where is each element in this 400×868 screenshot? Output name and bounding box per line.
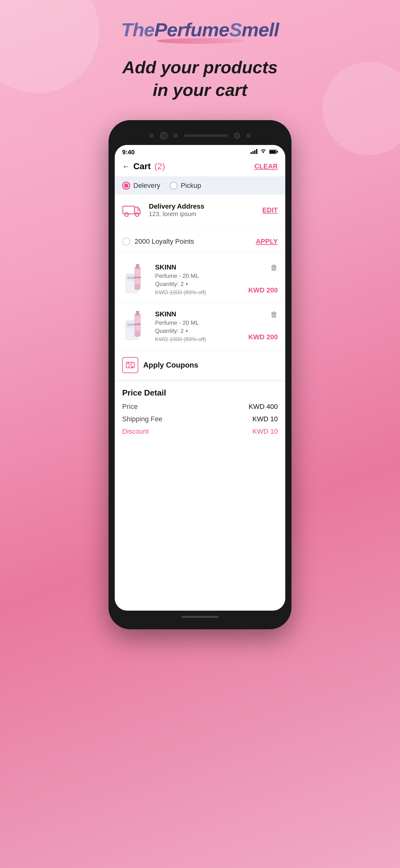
svg-rect-23: [136, 311, 139, 312]
phone-screen: 9:40: [115, 145, 285, 611]
product-quantity-1[interactable]: Quantity: 2 ▾: [155, 281, 243, 287]
delete-product-2[interactable]: 🗑: [270, 310, 278, 319]
delivery-option[interactable]: Delevery: [122, 182, 160, 190]
product-price-1: KWD 200: [248, 286, 278, 294]
logo-underline: [156, 38, 244, 44]
notch-bar: [184, 134, 228, 137]
svg-point-28: [128, 363, 129, 364]
quantity-dropdown-1[interactable]: ▾: [186, 282, 188, 286]
home-indicator: [181, 616, 219, 618]
delivery-address-section: Delivery Address 123, lorem ipsum EDIT: [115, 195, 285, 226]
svg-point-29: [131, 366, 133, 367]
svg-text:SKINN: SKINN: [134, 276, 141, 278]
pickup-label: Pickup: [181, 182, 201, 190]
camera-dot-1: [149, 133, 154, 138]
price-detail-section: Price Detail Price KWD 400 Shipping Fee …: [115, 382, 285, 446]
address-info: Delivery Address 123, lorem ipsum: [149, 203, 262, 218]
svg-line-27: [128, 363, 132, 367]
svg-rect-3: [256, 149, 257, 154]
price-row-shipping: Shipping Fee KWD 10: [122, 415, 278, 423]
clear-button[interactable]: CLEAR: [254, 162, 278, 170]
pickup-radio[interactable]: [170, 182, 178, 190]
edit-address-button[interactable]: EDIT: [262, 206, 278, 214]
delivery-radio[interactable]: [122, 182, 130, 190]
svg-rect-5: [270, 150, 276, 153]
coupon-label: Apply Coupons: [143, 361, 198, 369]
coupon-section[interactable]: Apply Coupons: [115, 351, 285, 382]
signal-icon: [251, 149, 257, 156]
loyalty-text: 2000 Loyalty Points: [135, 238, 256, 246]
loyalty-radio[interactable]: [122, 238, 130, 246]
address-detail: 123, lorem ipsum: [149, 211, 262, 218]
status-bar: 9:40: [115, 145, 285, 158]
product-variant-1: Perfume - 20 ML: [155, 273, 243, 279]
coupon-icon: [122, 357, 138, 373]
product-details-2: SKINN Perfume - 20 ML Quantity: 2 ▾ KWD …: [155, 310, 243, 343]
svg-rect-15: [136, 264, 139, 266]
delete-product-1[interactable]: 🗑: [270, 263, 278, 272]
product-details-1: SKINN Perfume - 20 ML Quantity: 2 ▾ KWD …: [155, 263, 243, 296]
svg-rect-2: [254, 150, 256, 154]
front-camera: [234, 132, 240, 139]
price-value-price: KWD 400: [249, 403, 278, 411]
tagline: Add your products in your cart: [123, 56, 278, 101]
cart-title-group: ← Cart (2): [122, 161, 165, 172]
page-content: ThePerfumeSmell Add your products in you…: [0, 0, 400, 629]
delivery-pickup-toggle: Delevery Pickup: [115, 177, 285, 195]
svg-point-9: [135, 213, 139, 216]
wifi-icon: [260, 149, 267, 156]
svg-rect-1: [253, 151, 254, 154]
loyalty-apply-button[interactable]: APPLY: [256, 238, 278, 246]
cart-count: (2): [155, 161, 165, 172]
product-pricing-2: KWD 1000 (80% off): [155, 336, 243, 343]
phone-mockup: 9:40: [108, 120, 292, 629]
price-row-discount: Discount KWD 10: [122, 428, 278, 436]
product-item-2: SKINN SKINN SKINN Perfume - 20 ML Quanti: [115, 304, 285, 351]
camera-dot-3: [246, 133, 251, 138]
product-variant-2: Perfume - 20 ML: [155, 319, 243, 326]
app-header: ← Cart (2) CLEAR: [115, 158, 285, 177]
address-title: Delivery Address: [149, 203, 262, 211]
price-detail-title: Price Detail: [122, 388, 278, 398]
product-name-1: SKINN: [155, 263, 243, 271]
price-value-shipping: KWD 10: [253, 415, 278, 423]
product-image-2: SKINN SKINN: [122, 310, 150, 344]
battery-icon: [269, 149, 278, 156]
logo-container: ThePerfumeSmell: [121, 19, 279, 44]
cart-title: Cart: [133, 161, 151, 172]
price-value-discount: KWD 10: [253, 428, 278, 436]
truck-icon: [122, 201, 144, 219]
product-name-2: SKINN: [155, 310, 243, 318]
original-price-2: KWD 1000 (80% off): [155, 336, 206, 343]
price-row-price: Price KWD 400: [122, 403, 278, 411]
status-icons: [251, 149, 278, 156]
product-quantity-2[interactable]: Quantity: 2 ▾: [155, 328, 243, 334]
back-button[interactable]: ←: [122, 162, 130, 171]
product-image-1: SKINN SKINN: [122, 263, 150, 298]
product-pricing-1: KWD 1000 (80% off): [155, 289, 243, 296]
camera-dot-main: [160, 132, 167, 140]
original-price-1: KWD 1000 (80% off): [155, 289, 206, 296]
svg-rect-0: [251, 152, 252, 154]
phone-outer: 9:40: [108, 120, 292, 629]
price-label-discount: Discount: [122, 428, 149, 436]
logo-text: ThePerfumeSmell: [121, 19, 279, 41]
quantity-dropdown-2[interactable]: ▾: [186, 329, 188, 333]
svg-rect-6: [277, 151, 278, 153]
phone-home-area: [115, 611, 285, 623]
svg-rect-7: [123, 206, 135, 214]
product-price-2: KWD 200: [248, 333, 278, 341]
pickup-option[interactable]: Pickup: [170, 182, 201, 190]
svg-text:SKINN: SKINN: [134, 323, 141, 325]
price-label-price: Price: [122, 403, 138, 411]
loyalty-section: 2000 Loyalty Points APPLY: [115, 231, 285, 252]
status-time: 9:40: [122, 149, 135, 156]
price-label-shipping: Shipping Fee: [122, 415, 163, 423]
svg-point-8: [125, 213, 128, 216]
product-item-1: SKINN SKINN SKINN Perfume - 20 ML: [115, 257, 285, 304]
phone-notch: [115, 126, 285, 145]
delivery-label: Delevery: [133, 182, 160, 190]
camera-dot-2: [174, 133, 178, 138]
